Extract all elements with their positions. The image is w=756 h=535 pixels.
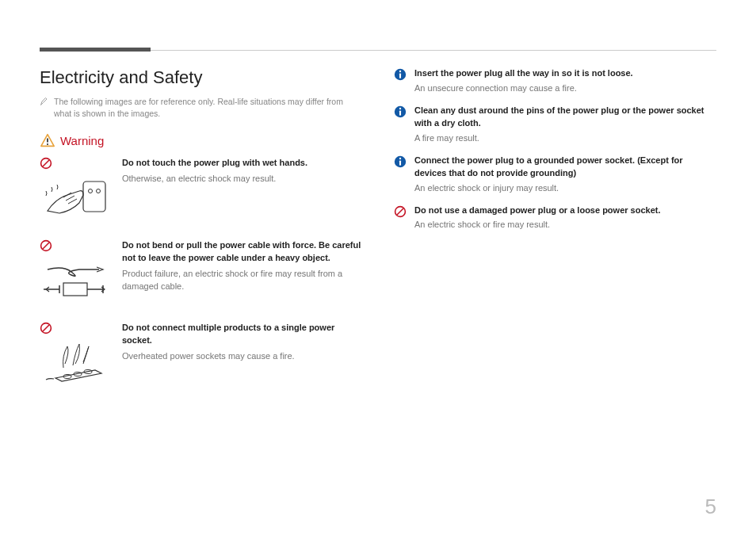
info-bold-text: Do not use a damaged power plug or a loo…	[414, 204, 716, 217]
warning-text-column: Do not bend or pull the power cable with…	[122, 239, 362, 293]
right-column: Insert the power plug all the way in so …	[394, 67, 716, 404]
prohibit-icon	[40, 322, 52, 334]
info-item: Clean any dust around the pins of the po…	[394, 105, 716, 145]
svg-line-11	[43, 325, 49, 331]
left-column: Electricity and Safety The following ima…	[40, 67, 362, 404]
warning-image-column	[40, 322, 111, 387]
svg-rect-4	[83, 182, 105, 212]
info-item: Connect the power plug to a grounded pow…	[394, 155, 716, 195]
info-bold-text: Connect the power plug to a grounded pow…	[414, 155, 716, 180]
svg-point-1	[47, 143, 48, 145]
section-title: Electricity and Safety	[40, 67, 362, 88]
svg-rect-16	[399, 73, 401, 78]
svg-line-3	[43, 160, 49, 166]
prohibit-icon	[40, 157, 52, 170]
pencil-icon	[40, 97, 49, 106]
prohibit-icon	[394, 205, 407, 218]
warning-label: Warning	[60, 134, 104, 147]
info-icon	[394, 155, 407, 168]
svg-point-6	[97, 189, 101, 193]
svg-rect-9	[63, 283, 87, 296]
note-text: The following images are for reference o…	[54, 96, 362, 119]
svg-point-23	[399, 157, 401, 159]
prohibit-icon	[40, 239, 52, 252]
info-sub-text: An electric shock or fire may result.	[414, 219, 716, 231]
warning-triangle-icon	[40, 133, 55, 147]
bent-cable-illustration	[40, 258, 111, 301]
warning-sub-text: Otherwise, an electric shock may result.	[122, 173, 362, 185]
info-icon	[394, 68, 407, 81]
warning-sub-text: Overheated power sockets may cause a fir…	[122, 350, 362, 363]
wet-hands-illustration	[40, 175, 111, 219]
info-bold-text: Clean any dust around the pins of the po…	[414, 105, 716, 130]
info-bold-text: Insert the power plug all the way in so …	[414, 67, 716, 80]
svg-line-8	[43, 243, 49, 249]
svg-point-5	[89, 189, 93, 193]
svg-rect-19	[399, 110, 401, 115]
svg-line-25	[397, 208, 403, 215]
content-columns: Electricity and Safety The following ima…	[40, 67, 716, 404]
warning-item: Do not touch the power plug with wet han…	[40, 157, 362, 222]
warning-image-column	[40, 157, 111, 222]
warning-bold-text: Do not touch the power plug with wet han…	[122, 157, 362, 170]
warning-bold-text: Do not connect multiple products to a si…	[122, 322, 362, 347]
warning-image-column	[40, 239, 111, 304]
warning-header: Warning	[40, 133, 362, 147]
svg-point-17	[399, 71, 401, 72]
warning-text-column: Do not touch the power plug with wet han…	[122, 157, 362, 185]
info-icon	[394, 105, 407, 118]
warning-item: Do not connect multiple products to a si…	[40, 322, 362, 387]
info-item: Insert the power plug all the way in so …	[394, 67, 716, 95]
info-sub-text: An electric shock or injury may result.	[414, 182, 716, 195]
header-rule-thick	[40, 48, 151, 52]
power-strip-illustration	[40, 340, 111, 384]
info-item: Do not use a damaged power plug or a loo…	[394, 204, 716, 232]
warning-sub-text: Product failure, an electric shock or fi…	[122, 268, 362, 293]
svg-rect-22	[399, 160, 401, 165]
svg-point-20	[399, 108, 401, 109]
info-sub-text: A fire may result.	[414, 132, 716, 145]
info-text: Clean any dust around the pins of the po…	[414, 105, 716, 145]
info-text: Insert the power plug all the way in so …	[414, 67, 716, 95]
info-sub-text: An unsecure connection may cause a fire.	[414, 82, 716, 95]
page-number: 5	[705, 495, 716, 519]
warning-text-column: Do not connect multiple products to a si…	[122, 322, 362, 363]
info-text: Connect the power plug to a grounded pow…	[414, 155, 716, 195]
warning-bold-text: Do not bend or pull the power cable with…	[122, 239, 362, 265]
reference-note: The following images are for reference o…	[40, 96, 362, 119]
warning-item: Do not bend or pull the power cable with…	[40, 239, 362, 304]
info-text: Do not use a damaged power plug or a loo…	[414, 204, 716, 232]
